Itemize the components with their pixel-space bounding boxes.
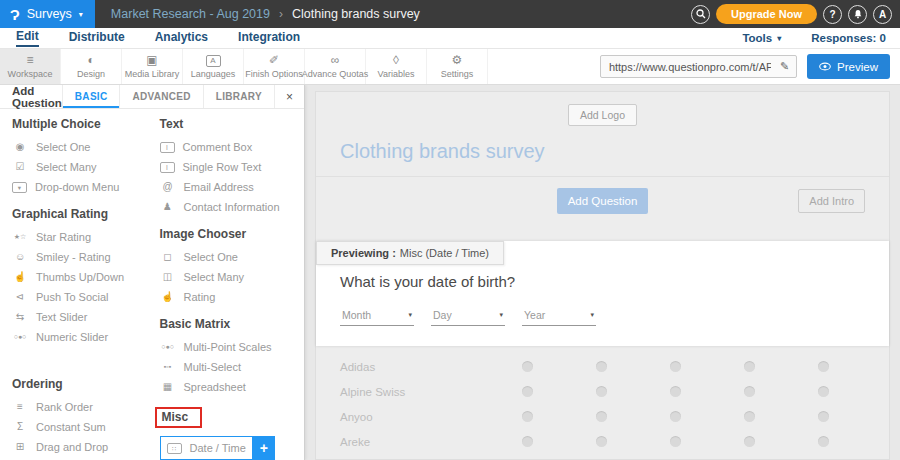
toolbar-design[interactable]: ◐Design bbox=[61, 49, 122, 84]
toolbar-workspace[interactable]: ≡Workspace bbox=[0, 49, 61, 84]
question-type-label: Drag and Drop bbox=[36, 441, 108, 453]
nav-right: Tools ▾ Responses: 0 bbox=[742, 32, 886, 44]
tab-basic[interactable]: BASIC bbox=[62, 85, 120, 108]
title-block: Clothing brands survey bbox=[316, 140, 889, 177]
radio-button bbox=[670, 411, 681, 422]
tab-analytics[interactable]: Analytics bbox=[155, 30, 208, 46]
radio-button bbox=[596, 386, 607, 397]
question-type-constant-sum[interactable]: ΣConstant Sum bbox=[12, 417, 148, 437]
chevron-down-icon: ▾ bbox=[590, 311, 594, 319]
toolbar-languages[interactable]: ALanguages bbox=[183, 49, 244, 84]
question-type-rank-order[interactable]: ≡Rank Order bbox=[12, 397, 148, 417]
question-type-date-time[interactable]: ∷Date / Time bbox=[160, 436, 253, 460]
image-select-one-icon: ◻ bbox=[160, 251, 176, 263]
question-type-label: Select Many bbox=[184, 271, 245, 283]
matrix-row: Areke bbox=[340, 429, 865, 454]
question-type-label: Rank Order bbox=[36, 401, 93, 413]
radio-button bbox=[744, 386, 755, 397]
question-type-drag-and-drop[interactable]: ⊞Drag and Drop bbox=[12, 437, 148, 457]
date-select-day[interactable]: Day▾ bbox=[431, 307, 505, 326]
tab-integration[interactable]: Integration bbox=[238, 30, 300, 46]
question-type-multi-select[interactable]: ▪▫▪Multi-Select bbox=[160, 357, 304, 377]
matrix-row: Anyoo bbox=[340, 404, 865, 429]
question-type-label: Constant Sum bbox=[36, 421, 106, 433]
question-type-push-to-social[interactable]: ⊲Push To Social bbox=[12, 287, 148, 307]
survey-url-input[interactable] bbox=[601, 61, 773, 73]
question-type-label: Numeric Slider bbox=[36, 331, 108, 343]
date-select-month[interactable]: Month▾ bbox=[340, 307, 414, 326]
upgrade-now-button[interactable]: Upgrade Now bbox=[716, 4, 817, 24]
preview-button[interactable]: Preview bbox=[807, 54, 890, 79]
add-date-time-button[interactable]: + bbox=[253, 436, 275, 460]
question-type-email-address[interactable]: @Email Address bbox=[160, 177, 304, 197]
matrix-cell bbox=[490, 386, 564, 397]
section-text: TextIComment BoxISingle Row Text@Email A… bbox=[160, 117, 304, 217]
matrix-cell bbox=[786, 361, 860, 372]
avatar[interactable]: A bbox=[873, 5, 892, 24]
tools-label: Tools bbox=[742, 32, 772, 44]
toolbar-media-library[interactable]: ▣Media Library bbox=[122, 49, 183, 84]
tab-advanced[interactable]: ADVANCED bbox=[119, 85, 202, 108]
question-type-select-many[interactable]: ☑Select Many bbox=[12, 157, 148, 177]
question-type-contact-information[interactable]: ♟Contact Information bbox=[160, 197, 304, 217]
question-type-label: Single Row Text bbox=[183, 161, 262, 173]
radio-button bbox=[818, 436, 829, 447]
question-type-single-row-text[interactable]: ISingle Row Text bbox=[160, 157, 304, 177]
matrix-row-label: Adidas bbox=[340, 361, 490, 373]
surveys-product-menu[interactable]: Ɂ Surveys ▾ bbox=[0, 0, 95, 28]
tab-distribute[interactable]: Distribute bbox=[69, 30, 125, 46]
tab-library[interactable]: LIBRARY bbox=[203, 85, 274, 108]
smiley-icon: ☺ bbox=[12, 251, 28, 263]
design-icon: ◐ bbox=[87, 54, 94, 67]
date-select-label: Year bbox=[524, 309, 545, 321]
toolbar-finish-options[interactable]: ✐Finish Options bbox=[244, 49, 305, 84]
question-type-select-one[interactable]: ◉Select One bbox=[12, 137, 148, 157]
single-row-text-icon: I bbox=[160, 162, 175, 173]
question-type-rating[interactable]: ☝Rating bbox=[160, 287, 304, 307]
dropdown-icon: ▾ bbox=[12, 182, 27, 193]
add-intro-button[interactable]: Add Intro bbox=[798, 189, 865, 213]
toolbar-variables[interactable]: ◊Variables bbox=[366, 49, 427, 84]
question-type-comment-box[interactable]: IComment Box bbox=[160, 137, 304, 157]
radio-button bbox=[818, 411, 829, 422]
date-select-label: Month bbox=[342, 309, 371, 321]
variables-icon: ◊ bbox=[393, 54, 399, 67]
responses-count[interactable]: Responses: 0 bbox=[811, 32, 886, 44]
question-type-numeric-slider[interactable]: ○●○Numeric Slider bbox=[12, 327, 148, 347]
close-panel-button[interactable]: × bbox=[274, 85, 304, 108]
question-type-text-slider[interactable]: ⇆Text Slider bbox=[12, 307, 148, 327]
question-type-drop-down-menu[interactable]: ▾Drop-down Menu bbox=[12, 177, 148, 197]
question-type-thumbs-up-down[interactable]: ☝Thumbs Up/Down bbox=[12, 267, 148, 287]
section-header-text: Text bbox=[160, 117, 304, 131]
question-type-smiley-rating[interactable]: ☺Smiley - Rating bbox=[12, 247, 148, 267]
toolbar-settings[interactable]: ⚙Settings bbox=[427, 49, 488, 84]
section-image-chooser: Image Chooser◻Select One◫Select Many☝Rat… bbox=[160, 227, 304, 307]
section-header-multiple-choice: Multiple Choice bbox=[12, 117, 148, 131]
question-type-select-many[interactable]: ◫Select Many bbox=[160, 267, 304, 287]
survey-panel: Add Logo Clothing brands survey Add Ques… bbox=[315, 91, 890, 460]
question-type-spreadsheet[interactable]: ▦Spreadsheet bbox=[160, 377, 304, 397]
radio-button bbox=[670, 386, 681, 397]
add-question-panel: Add Question BASICADVANCEDLIBRARY × Mult… bbox=[0, 85, 305, 460]
question-type-star-rating[interactable]: ★☆Star Rating bbox=[12, 227, 148, 247]
question-type-select-one[interactable]: ◻Select One bbox=[160, 247, 304, 267]
add-logo-button[interactable]: Add Logo bbox=[568, 104, 637, 126]
advance-quotas-icon: ∞ bbox=[331, 54, 340, 67]
radio-button bbox=[522, 436, 533, 447]
topbar-actions: Upgrade Now ? A bbox=[691, 4, 900, 24]
notifications-button[interactable] bbox=[848, 5, 867, 24]
tools-menu[interactable]: Tools ▾ bbox=[742, 32, 781, 44]
toolbar-advance-quotas[interactable]: ∞Advance Quotas bbox=[305, 49, 366, 84]
section-header-misc: Misc bbox=[155, 407, 203, 428]
section-multiple-choice: Multiple Choice◉Select One☑Select Many▾D… bbox=[12, 117, 148, 197]
matrix-row-label: Areke bbox=[340, 436, 490, 448]
help-button[interactable]: ? bbox=[823, 5, 842, 24]
edit-url-icon[interactable]: ✎ bbox=[773, 60, 796, 73]
tab-edit[interactable]: Edit bbox=[16, 29, 39, 47]
question-type-multi-point-scales[interactable]: ○●○Multi-Point Scales bbox=[160, 337, 304, 357]
breadcrumb-folder-link[interactable]: Market Research - Aug 2019 bbox=[111, 7, 270, 21]
search-button[interactable] bbox=[691, 5, 710, 24]
add-question-button[interactable]: Add Question bbox=[557, 188, 649, 214]
date-select-year[interactable]: Year▾ bbox=[522, 307, 596, 326]
survey-title[interactable]: Clothing brands survey bbox=[340, 140, 865, 163]
